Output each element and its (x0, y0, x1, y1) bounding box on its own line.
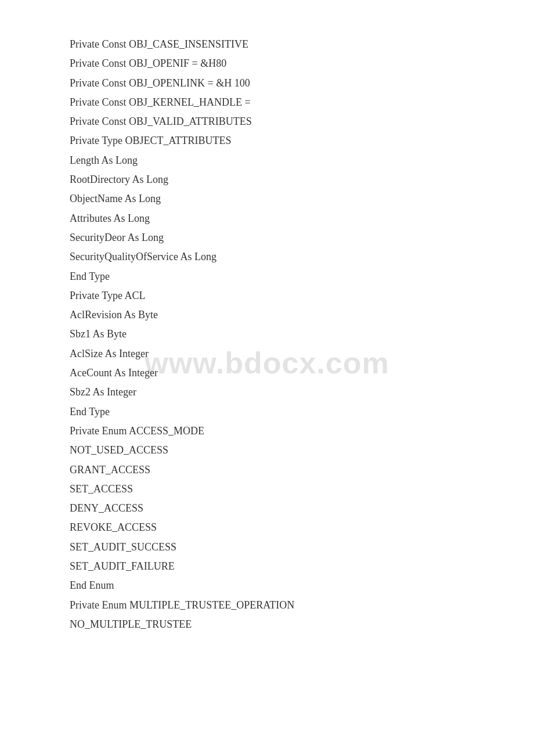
code-line: RootDirectory As Long (70, 170, 464, 189)
code-line: NO_MULTIPLE_TRUSTEE (70, 615, 464, 634)
code-line: Private Type ACL (70, 286, 464, 305)
code-line: SET_AUDIT_FAILURE (70, 557, 464, 576)
code-line: Private Enum ACCESS_MODE (70, 422, 464, 441)
code-line: GRANT_ACCESS (70, 460, 464, 480)
code-line: Private Const OBJ_KERNEL_HANDLE = (70, 93, 464, 112)
code-line: Private Const OBJ_CASE_INSENSITIVE (70, 35, 464, 54)
code-line: AclRevision As Byte (70, 305, 464, 325)
code-line: Attributes As Long (70, 209, 464, 228)
code-line: AclSize As Integer (70, 344, 464, 363)
code-line: Sbz2 As Integer (70, 383, 464, 402)
code-line: REVOKE_ACCESS (70, 518, 464, 537)
code-line: NOT_USED_ACCESS (70, 441, 464, 460)
code-line: End Type (70, 267, 464, 286)
code-line: Private Const OBJ_OPENLINK = &H 100 (70, 74, 464, 93)
code-line: DENY_ACCESS (70, 499, 464, 518)
code-content: Private Const OBJ_CASE_INSENSITIVEPrivat… (0, 0, 534, 669)
code-line: Private Enum MULTIPLE_TRUSTEE_OPERATION (70, 596, 464, 615)
code-line: ObjectName As Long (70, 189, 464, 208)
code-line: SecurityDeor As Long (70, 228, 464, 247)
code-line: SET_AUDIT_SUCCESS (70, 538, 464, 557)
code-line: End Enum (70, 576, 464, 595)
code-line: Sbz1 As Byte (70, 325, 464, 344)
code-line: End Type (70, 402, 464, 422)
code-line: AceCount As Integer (70, 363, 464, 383)
code-line: SecurityQualityOfService As Long (70, 247, 464, 267)
code-line: Private Const OBJ_OPENIF = &H80 (70, 54, 464, 73)
code-line: SET_ACCESS (70, 480, 464, 499)
code-line: Private Type OBJECT_ATTRIBUTES (70, 131, 464, 150)
code-line: Length As Long (70, 151, 464, 170)
code-line: Private Const OBJ_VALID_ATTRIBUTES (70, 112, 464, 131)
